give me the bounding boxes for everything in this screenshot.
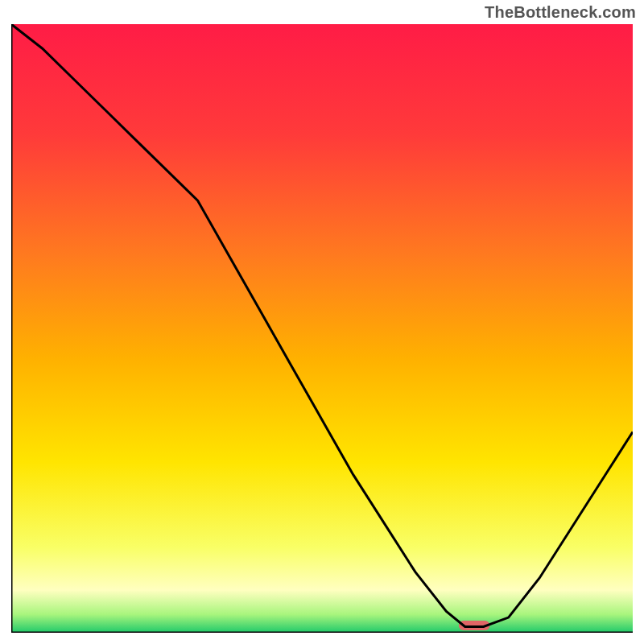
chart-frame: TheBottleneck.com	[0, 0, 644, 644]
plot-area	[11, 24, 633, 633]
background-rect	[11, 24, 633, 633]
watermark-text: TheBottleneck.com	[485, 3, 636, 22]
chart-svg	[11, 24, 633, 633]
